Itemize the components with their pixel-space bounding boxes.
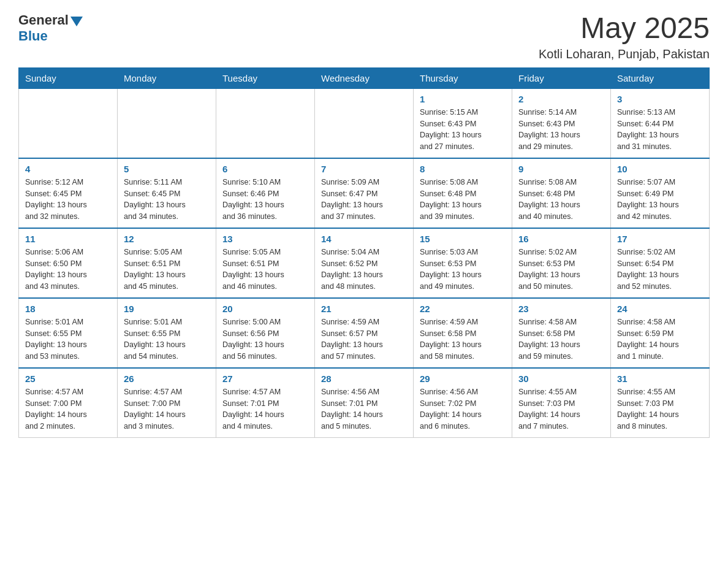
logo-triangle-icon [70, 17, 83, 26]
day-info: Sunrise: 5:03 AMSunset: 6:53 PMDaylight:… [420, 247, 506, 293]
day-info: Sunrise: 5:02 AMSunset: 6:54 PMDaylight:… [617, 247, 703, 293]
day-info: Sunrise: 4:59 AMSunset: 6:57 PMDaylight:… [321, 316, 407, 362]
calendar-cell [315, 88, 414, 158]
weekday-header-wednesday: Wednesday [315, 67, 414, 88]
calendar-cell: 12Sunrise: 5:05 AMSunset: 6:51 PMDayligh… [118, 228, 216, 298]
day-number: 9 [518, 164, 604, 174]
day-number: 19 [124, 304, 210, 314]
day-number: 30 [518, 373, 604, 384]
calendar-cell: 15Sunrise: 5:03 AMSunset: 6:53 PMDayligh… [414, 228, 512, 298]
day-number: 5 [124, 164, 210, 174]
day-info: Sunrise: 5:09 AMSunset: 6:47 PMDaylight:… [321, 177, 407, 223]
day-number: 21 [321, 304, 407, 314]
weekday-header-monday: Monday [118, 67, 216, 88]
day-number: 29 [420, 373, 506, 384]
calendar-cell: 18Sunrise: 5:01 AMSunset: 6:55 PMDayligh… [19, 298, 118, 368]
day-info: Sunrise: 5:01 AMSunset: 6:55 PMDaylight:… [25, 316, 111, 362]
day-number: 3 [617, 94, 703, 104]
calendar-cell: 20Sunrise: 5:00 AMSunset: 6:56 PMDayligh… [216, 298, 315, 368]
day-number: 14 [321, 234, 407, 244]
day-info: Sunrise: 4:59 AMSunset: 6:58 PMDaylight:… [420, 316, 506, 362]
day-number: 6 [222, 164, 308, 174]
day-number: 31 [617, 373, 703, 384]
weekday-header-saturday: Saturday [611, 67, 710, 88]
calendar-table: SundayMondayTuesdayWednesdayThursdayFrid… [18, 67, 710, 438]
day-info: Sunrise: 5:08 AMSunset: 6:48 PMDaylight:… [518, 177, 604, 223]
day-info: Sunrise: 4:56 AMSunset: 7:01 PMDaylight:… [321, 386, 407, 432]
calendar-cell: 7Sunrise: 5:09 AMSunset: 6:47 PMDaylight… [315, 158, 414, 228]
day-info: Sunrise: 5:13 AMSunset: 6:44 PMDaylight:… [617, 107, 703, 153]
day-number: 25 [25, 373, 111, 384]
calendar-cell: 11Sunrise: 5:06 AMSunset: 6:50 PMDayligh… [19, 228, 118, 298]
day-info: Sunrise: 4:57 AMSunset: 7:01 PMDaylight:… [222, 386, 308, 432]
title-section: May 2025 Kotli Loharan, Punjab, Pakistan [539, 12, 710, 61]
weekday-header-row: SundayMondayTuesdayWednesdayThursdayFrid… [19, 67, 710, 88]
day-info: Sunrise: 5:10 AMSunset: 6:46 PMDaylight:… [222, 177, 308, 223]
weekday-header-sunday: Sunday [19, 67, 118, 88]
day-info: Sunrise: 5:14 AMSunset: 6:43 PMDaylight:… [518, 107, 604, 153]
calendar-week-row: 4Sunrise: 5:12 AMSunset: 6:45 PMDaylight… [19, 158, 710, 228]
day-info: Sunrise: 4:57 AMSunset: 7:00 PMDaylight:… [124, 386, 210, 432]
calendar-cell: 29Sunrise: 4:56 AMSunset: 7:02 PMDayligh… [414, 368, 512, 438]
day-number: 26 [124, 373, 210, 384]
day-number: 13 [222, 234, 308, 244]
day-info: Sunrise: 5:05 AMSunset: 6:51 PMDaylight:… [222, 247, 308, 293]
logo-blue: Blue [18, 28, 83, 44]
calendar-cell [19, 88, 118, 158]
calendar-cell: 3Sunrise: 5:13 AMSunset: 6:44 PMDaylight… [611, 88, 710, 158]
calendar-cell: 19Sunrise: 5:01 AMSunset: 6:55 PMDayligh… [118, 298, 216, 368]
day-info: Sunrise: 5:12 AMSunset: 6:45 PMDaylight:… [25, 177, 111, 223]
day-info: Sunrise: 5:07 AMSunset: 6:49 PMDaylight:… [617, 177, 703, 223]
calendar-cell: 6Sunrise: 5:10 AMSunset: 6:46 PMDaylight… [216, 158, 315, 228]
calendar-cell: 28Sunrise: 4:56 AMSunset: 7:01 PMDayligh… [315, 368, 414, 438]
calendar-cell: 21Sunrise: 4:59 AMSunset: 6:57 PMDayligh… [315, 298, 414, 368]
day-info: Sunrise: 4:58 AMSunset: 6:58 PMDaylight:… [518, 316, 604, 362]
calendar-week-row: 11Sunrise: 5:06 AMSunset: 6:50 PMDayligh… [19, 228, 710, 298]
day-number: 12 [124, 234, 210, 244]
day-number: 22 [420, 304, 506, 314]
day-info: Sunrise: 4:57 AMSunset: 7:00 PMDaylight:… [25, 386, 111, 432]
day-number: 23 [518, 304, 604, 314]
page-header: General Blue May 2025 Kotli Loharan, Pun… [18, 12, 710, 61]
day-number: 18 [25, 304, 111, 314]
day-info: Sunrise: 5:15 AMSunset: 6:43 PMDaylight:… [420, 107, 506, 153]
calendar-cell: 5Sunrise: 5:11 AMSunset: 6:45 PMDaylight… [118, 158, 216, 228]
calendar-cell: 30Sunrise: 4:55 AMSunset: 7:03 PMDayligh… [512, 368, 611, 438]
calendar-cell: 22Sunrise: 4:59 AMSunset: 6:58 PMDayligh… [414, 298, 512, 368]
location-subtitle: Kotli Loharan, Punjab, Pakistan [539, 47, 710, 61]
day-number: 4 [25, 164, 111, 174]
day-number: 11 [25, 234, 111, 244]
calendar-cell: 16Sunrise: 5:02 AMSunset: 6:53 PMDayligh… [512, 228, 611, 298]
logo: General Blue [18, 12, 83, 44]
day-info: Sunrise: 4:55 AMSunset: 7:03 PMDaylight:… [617, 386, 703, 432]
calendar-cell: 4Sunrise: 5:12 AMSunset: 6:45 PMDaylight… [19, 158, 118, 228]
day-number: 27 [222, 373, 308, 384]
day-info: Sunrise: 5:06 AMSunset: 6:50 PMDaylight:… [25, 247, 111, 293]
calendar-cell: 1Sunrise: 5:15 AMSunset: 6:43 PMDaylight… [414, 88, 512, 158]
day-number: 17 [617, 234, 703, 244]
calendar-cell: 27Sunrise: 4:57 AMSunset: 7:01 PMDayligh… [216, 368, 315, 438]
weekday-header-friday: Friday [512, 67, 611, 88]
day-number: 7 [321, 164, 407, 174]
day-number: 2 [518, 94, 604, 104]
calendar-cell: 31Sunrise: 4:55 AMSunset: 7:03 PMDayligh… [611, 368, 710, 438]
day-info: Sunrise: 5:05 AMSunset: 6:51 PMDaylight:… [124, 247, 210, 293]
day-info: Sunrise: 5:11 AMSunset: 6:45 PMDaylight:… [124, 177, 210, 223]
calendar-cell: 24Sunrise: 4:58 AMSunset: 6:59 PMDayligh… [611, 298, 710, 368]
calendar-cell: 10Sunrise: 5:07 AMSunset: 6:49 PMDayligh… [611, 158, 710, 228]
calendar-week-row: 1Sunrise: 5:15 AMSunset: 6:43 PMDaylight… [19, 88, 710, 158]
day-info: Sunrise: 4:56 AMSunset: 7:02 PMDaylight:… [420, 386, 506, 432]
day-number: 16 [518, 234, 604, 244]
calendar-cell: 14Sunrise: 5:04 AMSunset: 6:52 PMDayligh… [315, 228, 414, 298]
day-number: 15 [420, 234, 506, 244]
calendar-cell: 25Sunrise: 4:57 AMSunset: 7:00 PMDayligh… [19, 368, 118, 438]
day-number: 10 [617, 164, 703, 174]
calendar-cell [216, 88, 315, 158]
logo-general: General [18, 12, 69, 28]
calendar-cell [118, 88, 216, 158]
day-info: Sunrise: 5:04 AMSunset: 6:52 PMDaylight:… [321, 247, 407, 293]
calendar-cell: 8Sunrise: 5:08 AMSunset: 6:48 PMDaylight… [414, 158, 512, 228]
day-info: Sunrise: 5:02 AMSunset: 6:53 PMDaylight:… [518, 247, 604, 293]
day-info: Sunrise: 5:08 AMSunset: 6:48 PMDaylight:… [420, 177, 506, 223]
month-year-title: May 2025 [539, 12, 710, 45]
